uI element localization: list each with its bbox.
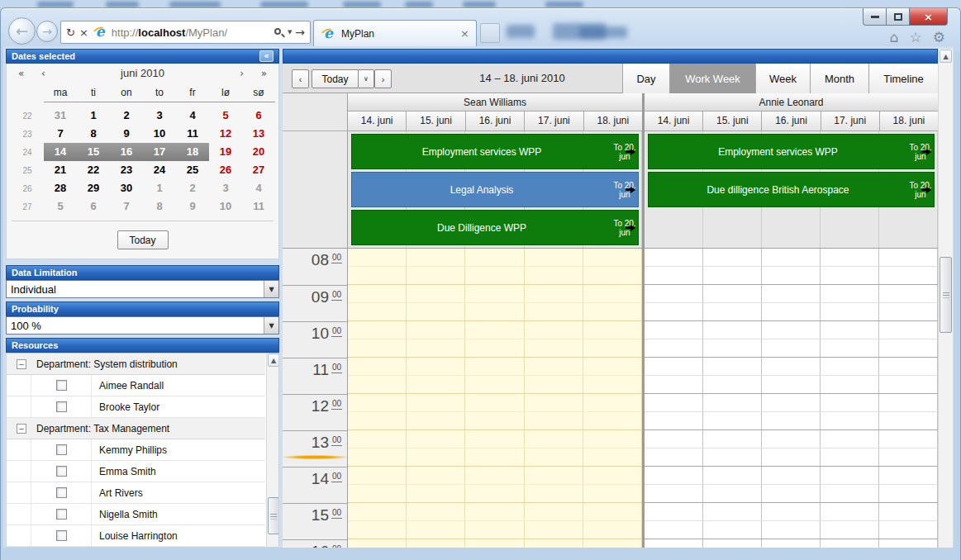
next-month-icon[interactable]: › bbox=[240, 68, 244, 79]
calendar-day[interactable]: 24 bbox=[143, 161, 176, 179]
data-limitation-select[interactable]: Individual ▼ bbox=[6, 280, 279, 298]
calendar-day[interactable]: 21 bbox=[44, 161, 77, 179]
calendar-day[interactable]: 2 bbox=[110, 107, 143, 125]
calendar-day[interactable]: 5 bbox=[209, 107, 242, 125]
today-dropdown-icon[interactable]: ∨ bbox=[359, 69, 374, 88]
calendar-day[interactable]: 22 bbox=[77, 161, 110, 179]
home-icon[interactable]: ⌂ bbox=[890, 29, 899, 45]
refresh-icon[interactable]: ↻ bbox=[66, 26, 75, 39]
day-header[interactable]: 17. juni bbox=[821, 112, 879, 131]
minimize-button[interactable] bbox=[863, 8, 887, 26]
go-icon[interactable]: → bbox=[295, 26, 305, 39]
time-grid[interactable] bbox=[348, 249, 642, 548]
calendar-day[interactable]: 5 bbox=[44, 197, 77, 216]
resources-scrollbar[interactable]: ▲ bbox=[266, 354, 279, 547]
new-tab-button[interactable] bbox=[480, 23, 500, 43]
calendar-day[interactable]: 6 bbox=[77, 197, 110, 216]
calendar-day[interactable]: 19 bbox=[209, 143, 242, 161]
browser-tab[interactable]: e MyPlan × bbox=[313, 20, 477, 46]
combo-arrow-icon[interactable]: ▼ bbox=[264, 281, 278, 297]
tree-collapse-icon[interactable]: − bbox=[17, 424, 26, 434]
calendar-day[interactable]: 26 bbox=[209, 161, 242, 179]
day-header[interactable]: 15. juni bbox=[702, 112, 761, 131]
calendar-day[interactable]: 9 bbox=[176, 197, 209, 216]
maximize-button[interactable] bbox=[887, 8, 910, 26]
calendar-day[interactable]: 8 bbox=[143, 197, 176, 216]
calendar-day[interactable]: 3 bbox=[143, 107, 176, 125]
resource-checkbox[interactable] bbox=[56, 401, 67, 412]
scroll-thumb[interactable] bbox=[940, 257, 952, 333]
day-header[interactable]: 16. juni bbox=[465, 112, 524, 131]
calendar-month-label[interactable]: juni 2010 bbox=[7, 67, 278, 79]
calendar-day[interactable]: 30 bbox=[110, 179, 143, 197]
view-tab-month[interactable]: Month bbox=[810, 64, 868, 93]
day-header[interactable]: 18. juni bbox=[879, 112, 938, 131]
day-header[interactable]: 18. juni bbox=[583, 112, 642, 131]
time-grid[interactable] bbox=[645, 249, 938, 548]
scroll-up-icon[interactable]: ▲ bbox=[268, 354, 279, 367]
calendar-day[interactable]: 4 bbox=[242, 179, 275, 197]
view-tab-timeline[interactable]: Timeline bbox=[868, 64, 938, 93]
calendar-day[interactable]: 10 bbox=[143, 125, 176, 143]
calendar-day[interactable]: 1 bbox=[77, 107, 110, 125]
calendar-day[interactable]: 28 bbox=[44, 179, 77, 197]
calendar-today-button[interactable]: Today bbox=[117, 230, 169, 249]
calendar-day[interactable]: 6 bbox=[242, 107, 275, 125]
tab-close-icon[interactable]: × bbox=[460, 27, 469, 40]
resource-checkbox[interactable] bbox=[56, 466, 67, 477]
calendar-day[interactable]: 17 bbox=[143, 143, 176, 161]
calendar-day[interactable]: 7 bbox=[44, 125, 77, 143]
calendar-day[interactable]: 16 bbox=[110, 143, 143, 161]
resource-checkbox[interactable] bbox=[56, 509, 67, 520]
resource-checkbox[interactable] bbox=[56, 487, 67, 498]
scroll-thumb[interactable] bbox=[268, 497, 279, 534]
calendar-day[interactable]: 1 bbox=[143, 179, 176, 197]
calendar-day[interactable]: 25 bbox=[176, 161, 209, 179]
calendar-day[interactable]: 4 bbox=[176, 107, 209, 125]
calendar-day[interactable]: 8 bbox=[77, 125, 110, 143]
event-bar[interactable]: Employment services WPPTo 20. jun bbox=[648, 134, 935, 169]
view-tab-day[interactable]: Day bbox=[622, 64, 669, 93]
calendar-day[interactable]: 14 bbox=[44, 143, 77, 161]
calendar-day[interactable]: 13 bbox=[242, 125, 275, 143]
tree-collapse-icon[interactable]: − bbox=[17, 359, 26, 369]
calendar-day[interactable]: 7 bbox=[110, 197, 143, 216]
calendar-day[interactable]: 10 bbox=[209, 197, 242, 216]
resource-group-row[interactable]: −Department: Tax Management bbox=[7, 418, 265, 439]
close-button[interactable]: × bbox=[910, 8, 948, 26]
calendar-day[interactable]: 18 bbox=[176, 143, 209, 161]
prev-period-button[interactable]: ‹ bbox=[292, 69, 309, 88]
day-header[interactable]: 15. juni bbox=[406, 112, 464, 131]
calendar-day[interactable]: 31 bbox=[44, 107, 77, 125]
calendar-day[interactable]: 29 bbox=[77, 179, 110, 197]
search-dropdown-icon[interactable]: ▼ bbox=[288, 29, 292, 36]
calendar-day[interactable]: 11 bbox=[242, 197, 275, 216]
today-button[interactable]: Today bbox=[312, 69, 359, 88]
forward-button[interactable]: → bbox=[36, 21, 58, 42]
view-tab-week[interactable]: Week bbox=[755, 64, 810, 93]
calendar-day[interactable]: 2 bbox=[176, 179, 209, 197]
url-text[interactable]: http://localhost/MyPlan/ bbox=[112, 26, 227, 39]
resource-checkbox[interactable] bbox=[56, 380, 67, 391]
back-button[interactable]: ← bbox=[8, 17, 36, 45]
calendar-day[interactable]: 9 bbox=[110, 125, 143, 143]
view-tab-work-week[interactable]: Work Week bbox=[669, 64, 755, 93]
favorites-star-icon[interactable]: ☆ bbox=[910, 29, 922, 45]
calendar-day[interactable]: 12 bbox=[209, 125, 242, 143]
calendar-day[interactable]: 11 bbox=[176, 125, 209, 143]
resource-group-row[interactable]: −Department: System distribution bbox=[7, 354, 265, 375]
calendar-day[interactable]: 3 bbox=[209, 179, 242, 197]
event-bar[interactable]: Due dilligence British AerospaceTo 20. j… bbox=[648, 172, 935, 207]
next-year-icon[interactable]: » bbox=[261, 68, 267, 79]
tools-gear-icon[interactable]: ⚙ bbox=[933, 29, 945, 45]
day-header[interactable]: 17. juni bbox=[524, 112, 583, 131]
combo-arrow-icon[interactable]: ▼ bbox=[264, 317, 278, 334]
scroll-up-icon[interactable]: ▲ bbox=[940, 50, 952, 63]
event-bar[interactable]: Due Dilligence WPPTo 20. jun bbox=[351, 210, 639, 245]
event-bar[interactable]: Legal AnalysisTo 20. jun bbox=[351, 172, 639, 207]
scheduler-scrollbar[interactable]: ▲ bbox=[938, 49, 953, 548]
collapse-panel-icon[interactable]: « bbox=[259, 50, 274, 62]
resource-checkbox[interactable] bbox=[56, 530, 67, 541]
day-header[interactable]: 16. juni bbox=[761, 112, 820, 131]
day-header[interactable]: 14. juni bbox=[645, 112, 702, 131]
